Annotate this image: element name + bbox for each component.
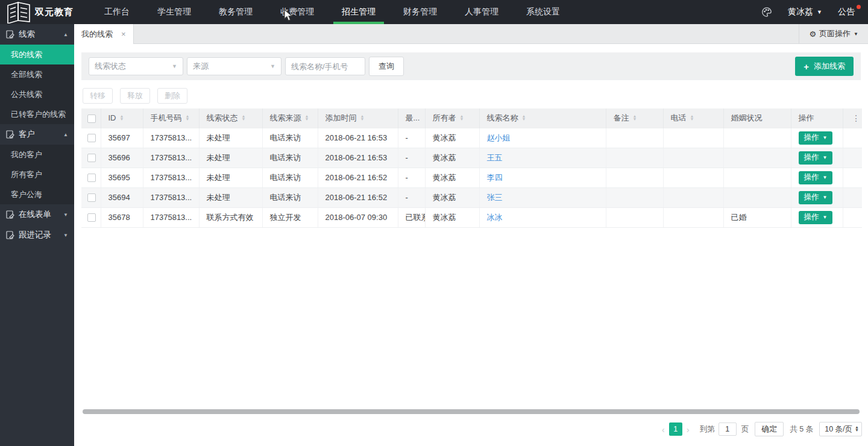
cell-tel xyxy=(663,207,723,227)
transfer-button[interactable]: 转移 xyxy=(83,88,113,104)
sidebar-group-leads[interactable]: 线索 ▲ xyxy=(0,24,74,45)
page-size-select[interactable]: 10 条/页 ▲▼ xyxy=(819,422,862,436)
sidebar-item-my-customers[interactable]: 我的客户 xyxy=(0,145,74,165)
close-icon[interactable]: × xyxy=(121,30,126,39)
nav-item-fees[interactable]: 收费管理 xyxy=(272,0,322,24)
page-number-button[interactable]: 1 xyxy=(669,422,682,436)
row-checkbox[interactable] xyxy=(87,193,96,202)
page-operations-dropdown[interactable]: ⚙ 页面操作 ▼ xyxy=(799,24,868,43)
chevron-down-icon: ▼ xyxy=(63,233,68,238)
filter-bar: 线索状态 ▼ 来源 ▼ 查询 + 添加线索 xyxy=(81,52,861,80)
lead-name-link[interactable]: 王五 xyxy=(487,153,503,162)
row-checkbox[interactable] xyxy=(87,213,96,222)
row-action-button[interactable]: 操作▼ xyxy=(799,211,833,224)
nav-item-finance[interactable]: 财务管理 xyxy=(395,0,445,24)
source-select[interactable]: 来源 ▼ xyxy=(187,57,281,75)
row-action-button[interactable]: 操作▼ xyxy=(799,171,833,184)
cell-added: 2018-06-21 16:53 xyxy=(318,148,398,168)
announcement-button[interactable]: 公告 xyxy=(838,7,860,17)
sidebar-group-customers[interactable]: 客户 ▲ xyxy=(0,124,74,145)
row-checkbox[interactable] xyxy=(87,134,96,142)
nav-item-admissions[interactable]: 招生管理 xyxy=(333,0,384,24)
row-action-button[interactable]: 操作▼ xyxy=(799,151,833,165)
nav-item-students[interactable]: 学生管理 xyxy=(149,0,200,24)
sort-icon[interactable]: ▲▼ xyxy=(242,115,246,121)
cell-owner: 黄冰荔 xyxy=(425,168,479,187)
col-status[interactable]: 线索状态 xyxy=(207,113,238,124)
sidebar-group-followup[interactable]: 跟进记录 ▼ xyxy=(0,225,74,245)
lead-name-link[interactable]: 赵小姐 xyxy=(487,133,511,142)
sidebar-group-label: 线索 xyxy=(19,29,35,40)
sidebar-item-public-leads[interactable]: 公共线索 xyxy=(0,84,74,104)
nav-item-hr[interactable]: 人事管理 xyxy=(456,0,507,24)
table-header-row: ID▲▼ 手机号码▲▼ 线索状态▲▼ 线索来源▲▼ 添加时间▲▼ 最... 所有… xyxy=(81,108,862,128)
col-remark[interactable]: 备注 xyxy=(614,113,629,124)
lead-name-link[interactable]: 李四 xyxy=(487,173,503,182)
sidebar-item-customer-pool[interactable]: 客户公海 xyxy=(0,184,74,204)
sort-icon[interactable]: ▲▼ xyxy=(633,115,637,121)
goto-page-input[interactable] xyxy=(719,422,737,436)
tab-my-leads[interactable]: 我的线索 × xyxy=(74,24,134,44)
nav-item-academic[interactable]: 教务管理 xyxy=(210,0,261,24)
lead-status-placeholder: 线索状态 xyxy=(95,61,126,72)
cell-remark xyxy=(606,148,663,168)
col-owner[interactable]: 所有者 xyxy=(433,113,456,124)
theme-palette-icon[interactable] xyxy=(760,5,773,19)
lead-name-link[interactable]: 张三 xyxy=(487,193,503,202)
notification-dot xyxy=(857,5,861,9)
confirm-button[interactable]: 确定 xyxy=(755,422,784,436)
sort-icon[interactable]: ▲▼ xyxy=(360,115,365,121)
select-all-checkbox[interactable] xyxy=(87,115,96,123)
add-lead-button[interactable]: + 添加线索 xyxy=(795,57,854,76)
sidebar-group-online-forms[interactable]: 在线表单 ▼ xyxy=(0,204,74,225)
chevron-down-icon: ▼ xyxy=(823,195,828,200)
sort-icon[interactable]: ▲▼ xyxy=(120,115,124,121)
table-row: 35694 17375813... 未处理 电话来访 2018-06-21 16… xyxy=(81,187,862,207)
nav-item-workbench[interactable]: 工作台 xyxy=(96,0,138,24)
table-row: 35696 17375813... 未处理 电话来访 2018-06-21 16… xyxy=(81,148,862,168)
cell-owner: 黄冰荔 xyxy=(425,148,479,168)
chevron-down-icon: ▼ xyxy=(823,175,828,180)
col-id[interactable]: ID xyxy=(108,113,116,122)
prev-page-icon[interactable]: ‹ xyxy=(658,424,669,435)
chevron-down-icon: ▼ xyxy=(270,63,275,69)
sidebar-item-my-leads[interactable]: 我的线索 xyxy=(0,45,74,64)
horizontal-scrollbar[interactable] xyxy=(83,409,860,414)
column-settings-icon[interactable]: ⋮ xyxy=(843,108,862,128)
lead-name-link[interactable]: 冰冰 xyxy=(487,213,503,222)
col-marital: 婚姻状况 xyxy=(731,113,763,124)
sort-icon[interactable]: ▲▼ xyxy=(305,115,309,121)
row-checkbox[interactable] xyxy=(87,174,96,182)
sort-icon[interactable]: ▲▼ xyxy=(460,115,464,121)
cell-source: 独立开发 xyxy=(262,207,318,227)
cell-source: 电话来访 xyxy=(262,168,318,187)
sort-icon[interactable]: ▲▼ xyxy=(186,115,190,121)
nav-item-settings[interactable]: 系统设置 xyxy=(518,0,568,24)
cell-owner: 黄冰荔 xyxy=(425,187,479,207)
keyword-input[interactable] xyxy=(285,57,365,75)
sort-icon[interactable]: ▲▼ xyxy=(690,115,694,121)
row-action-button[interactable]: 操作▼ xyxy=(799,131,833,145)
user-menu[interactable]: 黄冰荔 ▼ xyxy=(788,7,822,17)
sidebar-item-all-leads[interactable]: 全部线索 xyxy=(0,64,74,84)
sort-icon[interactable]: ▲▼ xyxy=(522,115,526,121)
next-page-icon[interactable]: › xyxy=(682,424,694,435)
search-button[interactable]: 查询 xyxy=(369,57,404,76)
col-phone[interactable]: 手机号码 xyxy=(151,113,182,124)
row-action-button[interactable]: 操作▼ xyxy=(799,191,833,204)
row-checkbox[interactable] xyxy=(87,154,96,162)
cell-marital xyxy=(723,128,791,148)
leads-table: ID▲▼ 手机号码▲▼ 线索状态▲▼ 线索来源▲▼ 添加时间▲▼ 最... 所有… xyxy=(81,108,862,228)
col-added-time[interactable]: 添加时间 xyxy=(326,113,357,124)
release-button[interactable]: 释放 xyxy=(120,88,150,104)
cell-phone: 17375813... xyxy=(143,187,199,207)
col-tel[interactable]: 电话 xyxy=(671,113,687,124)
sidebar-item-all-customers[interactable]: 所有客户 xyxy=(0,165,74,184)
lead-status-select[interactable]: 线索状态 ▼ xyxy=(89,57,183,75)
col-source[interactable]: 线索来源 xyxy=(270,113,301,124)
sidebar: 线索 ▲ 我的线索 全部线索 公共线索 已转客户的线索 客户 ▲ 我的客户 所有… xyxy=(0,24,74,446)
col-lead-name[interactable]: 线索名称 xyxy=(487,113,518,124)
sidebar-item-converted-leads[interactable]: 已转客户的线索 xyxy=(0,104,74,124)
cell-id: 35696 xyxy=(101,148,143,168)
delete-button[interactable]: 删除 xyxy=(157,88,187,104)
